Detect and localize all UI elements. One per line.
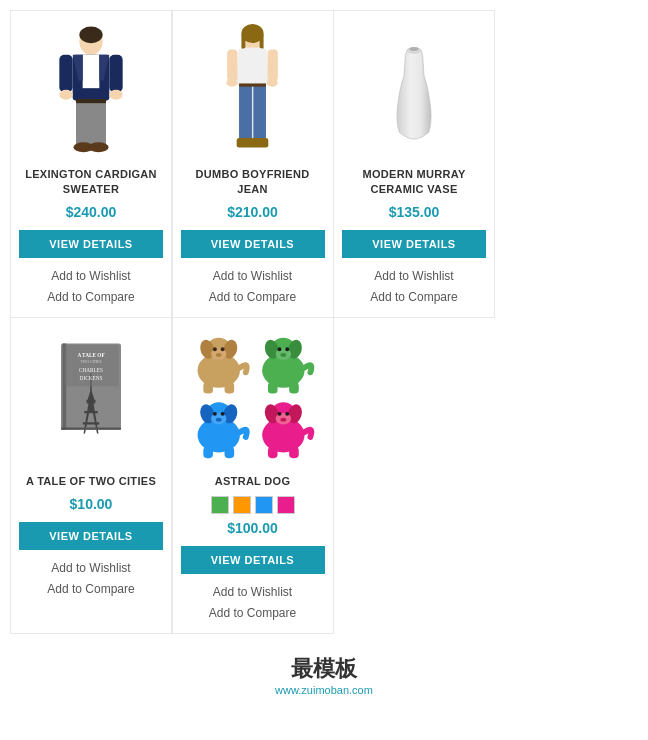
- svg-rect-19: [227, 49, 237, 81]
- product-price-astral: $100.00: [181, 520, 325, 536]
- product-name-lexington: LEXINGTON CARDIGAN SWEATER: [19, 167, 163, 198]
- svg-point-62: [280, 353, 286, 357]
- product-name-tale: A TALE OF TWO CITIES: [19, 474, 163, 489]
- svg-point-82: [280, 418, 286, 422]
- svg-rect-17: [241, 34, 245, 50]
- svg-rect-44: [61, 428, 121, 430]
- svg-rect-74: [225, 447, 235, 459]
- svg-rect-14: [76, 99, 106, 103]
- add-to-compare-lexington[interactable]: Add to Compare: [19, 287, 163, 309]
- svg-point-9: [109, 90, 122, 100]
- svg-point-1: [79, 27, 102, 44]
- svg-point-80: [278, 412, 282, 416]
- svg-text:CHARLES: CHARLES: [79, 367, 103, 373]
- product-price-murray: $135.00: [342, 204, 486, 220]
- svg-point-72: [216, 418, 222, 422]
- svg-rect-73: [203, 447, 213, 459]
- svg-text:DICKENS: DICKENS: [80, 375, 103, 381]
- svg-rect-83: [268, 447, 278, 459]
- add-to-wishlist-lexington[interactable]: Add to Wishlist: [19, 266, 163, 288]
- svg-point-60: [278, 347, 282, 351]
- add-to-wishlist-dumbo[interactable]: Add to Wishlist: [181, 266, 325, 288]
- product-links-tale: Add to Wishlist Add to Compare: [19, 558, 163, 601]
- svg-point-71: [221, 412, 225, 416]
- view-details-button-tale[interactable]: VIEW DETAILS: [19, 522, 163, 550]
- svg-rect-6: [59, 55, 72, 93]
- add-to-compare-tale[interactable]: Add to Compare: [19, 579, 163, 601]
- svg-rect-36: [84, 411, 98, 413]
- svg-rect-11: [91, 100, 106, 146]
- svg-rect-28: [239, 83, 266, 86]
- product-card-dumbo: DUMBO BOYFRIEND JEAN $210.00 VIEW DETAIL…: [172, 10, 334, 318]
- color-swatch-pink[interactable]: [277, 496, 295, 514]
- product-image-lexington: [19, 19, 163, 159]
- product-links-astral: Add to Wishlist Add to Compare: [181, 582, 325, 625]
- product-price-lexington: $240.00: [19, 204, 163, 220]
- svg-rect-10: [76, 100, 91, 146]
- product-links-lexington: Add to Wishlist Add to Compare: [19, 266, 163, 309]
- product-image-tale: A TALE OF TWO CITIES CHARLES DICKENS: [19, 326, 163, 466]
- product-grid: LEXINGTON CARDIGAN SWEATER $240.00 VIEW …: [10, 10, 638, 634]
- add-to-wishlist-tale[interactable]: Add to Wishlist: [19, 558, 163, 580]
- svg-rect-35: [87, 400, 96, 402]
- add-to-wishlist-astral[interactable]: Add to Wishlist: [181, 582, 325, 604]
- svg-rect-18: [260, 34, 264, 50]
- product-links-murray: Add to Wishlist Add to Compare: [342, 266, 486, 309]
- product-card-astral: ASTRAL DOG $100.00 VIEW DETAILS Add to W…: [172, 317, 334, 634]
- color-swatches-astral: [181, 496, 325, 514]
- svg-rect-84: [289, 447, 299, 459]
- svg-point-61: [285, 347, 289, 351]
- svg-point-50: [213, 347, 217, 351]
- product-image-astral: [181, 326, 325, 466]
- product-name-murray: MODERN MURRAY CERAMIC VASE: [342, 167, 486, 198]
- product-price-dumbo: $210.00: [181, 204, 325, 220]
- svg-text:A TALE OF: A TALE OF: [77, 352, 104, 358]
- svg-rect-63: [268, 382, 278, 394]
- svg-rect-53: [203, 382, 213, 394]
- product-name-dumbo: DUMBO BOYFRIEND JEAN: [181, 167, 325, 198]
- watermark: 最模板 www.zuimoban.com: [10, 654, 638, 696]
- view-details-button-murray[interactable]: VIEW DETAILS: [342, 230, 486, 258]
- svg-point-30: [409, 47, 418, 51]
- add-to-compare-murray[interactable]: Add to Compare: [342, 287, 486, 309]
- svg-point-21: [226, 79, 237, 87]
- svg-point-52: [216, 353, 222, 357]
- product-price-tale: $10.00: [19, 496, 163, 512]
- product-card-lexington: LEXINGTON CARDIGAN SWEATER $240.00 VIEW …: [10, 10, 172, 318]
- svg-point-22: [267, 79, 278, 87]
- product-image-murray: [342, 19, 486, 159]
- add-to-compare-astral[interactable]: Add to Compare: [181, 603, 325, 625]
- color-swatch-blue[interactable]: [255, 496, 273, 514]
- view-details-button-dumbo[interactable]: VIEW DETAILS: [181, 230, 325, 258]
- svg-rect-20: [268, 49, 278, 81]
- view-details-button-astral[interactable]: VIEW DETAILS: [181, 546, 325, 574]
- svg-rect-27: [251, 138, 268, 147]
- svg-point-81: [285, 412, 289, 416]
- svg-rect-64: [289, 382, 299, 394]
- svg-rect-7: [109, 55, 122, 93]
- color-swatch-green[interactable]: [211, 496, 229, 514]
- svg-rect-24: [253, 84, 266, 139]
- add-to-wishlist-murray[interactable]: Add to Wishlist: [342, 266, 486, 288]
- add-to-compare-dumbo[interactable]: Add to Compare: [181, 287, 325, 309]
- svg-point-70: [213, 412, 217, 416]
- product-links-dumbo: Add to Wishlist Add to Compare: [181, 266, 325, 309]
- product-card-tale: A TALE OF TWO CITIES CHARLES DICKENS A T…: [10, 317, 172, 634]
- product-card-murray: MODERN MURRAY CERAMIC VASE $135.00 VIEW …: [333, 10, 495, 318]
- svg-point-13: [89, 142, 109, 152]
- svg-rect-37: [83, 423, 100, 425]
- svg-rect-3: [83, 55, 100, 88]
- view-details-button-lexington[interactable]: VIEW DETAILS: [19, 230, 163, 258]
- svg-rect-23: [239, 84, 252, 139]
- svg-point-8: [59, 90, 72, 100]
- svg-point-51: [221, 347, 225, 351]
- watermark-sub-text: www.zuimoban.com: [10, 684, 638, 696]
- product-name-astral: ASTRAL DOG: [181, 474, 325, 489]
- svg-rect-54: [225, 382, 235, 394]
- watermark-main-text: 最模板: [10, 654, 638, 684]
- svg-text:TWO CITIES: TWO CITIES: [80, 360, 101, 364]
- product-image-dumbo: [181, 19, 325, 159]
- color-swatch-orange[interactable]: [233, 496, 251, 514]
